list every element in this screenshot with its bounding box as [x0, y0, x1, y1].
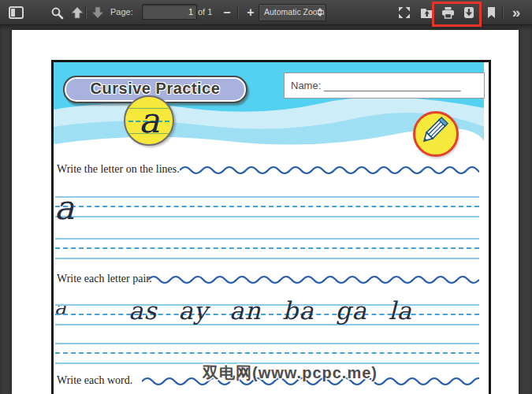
plus-icon: + — [247, 6, 254, 20]
search-icon — [50, 6, 64, 20]
pdf-viewer-window: Page: of 1 − + Automatic Zoom — [0, 0, 532, 394]
pencil-badge — [413, 111, 459, 157]
minus-icon: − — [223, 6, 230, 20]
writing-lines — [55, 238, 479, 259]
arrow-down-icon — [91, 6, 104, 19]
name-field: Name: ________________________ — [284, 72, 485, 98]
page-count-label: of 1 — [198, 0, 212, 24]
find-button[interactable] — [47, 3, 66, 22]
pdf-page: Cursive Practice a Name: _______________… — [12, 30, 519, 394]
cursive-letter-pairs: as ay an ba ga la — [101, 296, 440, 325]
letter-badge-glyph: a — [125, 98, 173, 143]
sidebar-toggle-icon — [9, 6, 24, 19]
presentation-mode-button[interactable] — [395, 3, 414, 22]
watermark: 双电网(www.pcpc.me) — [117, 362, 463, 384]
toolbar-divider — [502, 6, 503, 19]
zoom-level-select[interactable]: Automatic Zoom — [259, 4, 326, 21]
red-highlight-box — [432, 2, 482, 27]
worksheet: Cursive Practice a Name: _______________… — [51, 60, 491, 394]
toolbar-more-button[interactable]: » — [507, 3, 526, 22]
folder-open-icon — [420, 6, 433, 19]
chevrons-right-icon: » — [512, 6, 521, 20]
worksheet-title-text: Cursive Practice — [91, 80, 221, 97]
wavy-divider — [180, 165, 479, 175]
name-blank-line: ________________________ — [324, 80, 461, 91]
viewer-area: Cursive Practice a Name: _______________… — [0, 24, 532, 394]
next-page-button[interactable] — [88, 3, 107, 22]
cursive-sample-large: a — [54, 191, 74, 225]
page-number-input[interactable] — [142, 4, 197, 20]
page-label: Page: — [110, 0, 133, 24]
zoom-out-button[interactable]: − — [218, 3, 236, 22]
name-label: Name: — [291, 80, 321, 91]
pencil-icon — [415, 113, 452, 150]
sidebar-toggle-button[interactable] — [6, 3, 25, 22]
zoom-in-button[interactable]: + — [241, 3, 260, 22]
toolbar: Page: of 1 − + Automatic Zoom — [0, 0, 532, 25]
bookmark-icon — [486, 6, 497, 19]
toolbar-divider — [85, 6, 86, 19]
select-arrows-icon — [316, 8, 322, 17]
wavy-divider — [148, 275, 479, 284]
writing-lines — [55, 196, 479, 217]
section1-label: Write the letter on the lines. — [57, 163, 180, 176]
bookmark-button[interactable] — [482, 3, 500, 22]
zoom-select-value: Automatic Zoom — [264, 7, 324, 17]
fullscreen-icon — [398, 6, 411, 19]
arrow-up-icon — [71, 6, 84, 19]
section2-label: Write each letter pair. — [57, 273, 152, 285]
previous-page-button[interactable] — [68, 3, 87, 22]
writing-lines — [55, 343, 479, 364]
toolbar-divider — [237, 6, 238, 19]
letter-badge: a — [124, 95, 174, 146]
